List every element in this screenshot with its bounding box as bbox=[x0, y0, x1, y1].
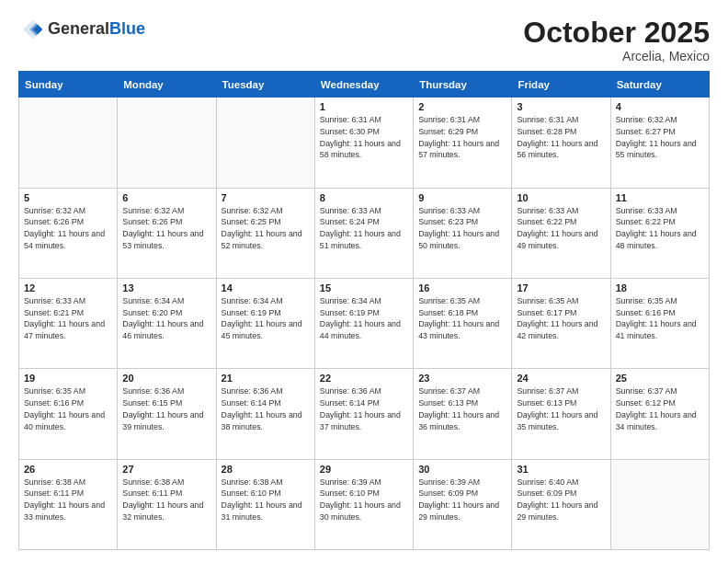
day-info: Sunrise: 6:32 AMSunset: 6:25 PMDaylight:… bbox=[222, 205, 310, 252]
day-number: 21 bbox=[222, 373, 310, 384]
day-number: 29 bbox=[320, 464, 408, 475]
calendar-cell: 30Sunrise: 6:39 AMSunset: 6:09 PMDayligh… bbox=[414, 459, 512, 549]
day-number: 6 bbox=[122, 192, 210, 203]
logo: GeneralBlue bbox=[18, 17, 145, 42]
calendar-cell: 3Sunrise: 6:31 AMSunset: 6:28 PMDaylight… bbox=[512, 98, 610, 188]
day-number: 30 bbox=[418, 464, 506, 475]
day-info: Sunrise: 6:32 AMSunset: 6:26 PMDaylight:… bbox=[122, 205, 210, 252]
day-number: 4 bbox=[616, 101, 704, 112]
calendar-cell bbox=[19, 98, 118, 188]
calendar-week-row: 5Sunrise: 6:32 AMSunset: 6:26 PMDaylight… bbox=[19, 188, 710, 278]
day-info: Sunrise: 6:31 AMSunset: 6:29 PMDaylight:… bbox=[418, 114, 506, 161]
calendar-header-row: Sunday Monday Tuesday Wednesday Thursday… bbox=[19, 72, 710, 98]
day-info: Sunrise: 6:37 AMSunset: 6:13 PMDaylight:… bbox=[517, 385, 605, 432]
day-info: Sunrise: 6:35 AMSunset: 6:18 PMDaylight:… bbox=[418, 295, 506, 342]
calendar-cell: 7Sunrise: 6:32 AMSunset: 6:25 PMDaylight… bbox=[216, 188, 314, 278]
calendar-cell bbox=[216, 98, 314, 188]
calendar-week-row: 26Sunrise: 6:38 AMSunset: 6:11 PMDayligh… bbox=[19, 459, 710, 549]
calendar-cell: 27Sunrise: 6:38 AMSunset: 6:11 PMDayligh… bbox=[118, 459, 216, 549]
day-info: Sunrise: 6:34 AMSunset: 6:20 PMDaylight:… bbox=[122, 295, 210, 342]
calendar-cell: 14Sunrise: 6:34 AMSunset: 6:19 PMDayligh… bbox=[216, 278, 314, 368]
day-info: Sunrise: 6:36 AMSunset: 6:14 PMDaylight:… bbox=[320, 385, 408, 432]
calendar-cell: 19Sunrise: 6:35 AMSunset: 6:16 PMDayligh… bbox=[19, 369, 118, 459]
day-info: Sunrise: 6:38 AMSunset: 6:11 PMDaylight:… bbox=[24, 477, 112, 523]
day-info: Sunrise: 6:38 AMSunset: 6:11 PMDaylight:… bbox=[122, 477, 210, 523]
calendar-week-row: 19Sunrise: 6:35 AMSunset: 6:16 PMDayligh… bbox=[19, 369, 710, 459]
day-info: Sunrise: 6:35 AMSunset: 6:16 PMDaylight:… bbox=[616, 295, 704, 342]
day-number: 7 bbox=[222, 192, 310, 203]
day-info: Sunrise: 6:35 AMSunset: 6:16 PMDaylight:… bbox=[24, 385, 112, 432]
calendar-cell: 21Sunrise: 6:36 AMSunset: 6:14 PMDayligh… bbox=[216, 369, 314, 459]
calendar-cell: 1Sunrise: 6:31 AMSunset: 6:30 PMDaylight… bbox=[314, 98, 413, 188]
day-number: 8 bbox=[320, 192, 408, 203]
month-title: October 2025 bbox=[523, 17, 710, 49]
day-number: 27 bbox=[122, 464, 210, 475]
calendar-cell: 20Sunrise: 6:36 AMSunset: 6:15 PMDayligh… bbox=[118, 369, 216, 459]
calendar-cell: 23Sunrise: 6:37 AMSunset: 6:13 PMDayligh… bbox=[414, 369, 512, 459]
calendar-table: Sunday Monday Tuesday Wednesday Thursday… bbox=[18, 71, 710, 550]
calendar-cell: 9Sunrise: 6:33 AMSunset: 6:23 PMDaylight… bbox=[414, 188, 512, 278]
day-info: Sunrise: 6:38 AMSunset: 6:10 PMDaylight:… bbox=[222, 477, 310, 523]
day-number: 31 bbox=[517, 464, 605, 475]
day-number: 28 bbox=[222, 464, 310, 475]
calendar-cell: 28Sunrise: 6:38 AMSunset: 6:10 PMDayligh… bbox=[216, 459, 314, 549]
day-info: Sunrise: 6:39 AMSunset: 6:09 PMDaylight:… bbox=[418, 477, 506, 523]
logo-blue-text: Blue bbox=[109, 19, 145, 38]
title-block: October 2025 Arcelia, Mexico bbox=[523, 17, 710, 63]
calendar-cell: 29Sunrise: 6:39 AMSunset: 6:10 PMDayligh… bbox=[314, 459, 413, 549]
day-number: 10 bbox=[517, 192, 605, 203]
calendar-cell: 10Sunrise: 6:33 AMSunset: 6:22 PMDayligh… bbox=[512, 188, 610, 278]
day-info: Sunrise: 6:33 AMSunset: 6:21 PMDaylight:… bbox=[24, 295, 112, 342]
header-monday: Monday bbox=[118, 72, 216, 98]
location-subtitle: Arcelia, Mexico bbox=[523, 49, 710, 63]
day-info: Sunrise: 6:33 AMSunset: 6:24 PMDaylight:… bbox=[320, 205, 408, 252]
calendar-cell: 6Sunrise: 6:32 AMSunset: 6:26 PMDaylight… bbox=[118, 188, 216, 278]
page-header: GeneralBlue October 2025 Arcelia, Mexico bbox=[18, 17, 710, 63]
day-info: Sunrise: 6:37 AMSunset: 6:13 PMDaylight:… bbox=[418, 385, 506, 432]
header-sunday: Sunday bbox=[19, 72, 118, 98]
day-info: Sunrise: 6:31 AMSunset: 6:28 PMDaylight:… bbox=[517, 114, 605, 161]
header-thursday: Thursday bbox=[414, 72, 512, 98]
calendar-cell: 26Sunrise: 6:38 AMSunset: 6:11 PMDayligh… bbox=[19, 459, 118, 549]
day-number: 18 bbox=[616, 282, 704, 293]
day-number: 9 bbox=[418, 192, 506, 203]
header-wednesday: Wednesday bbox=[314, 72, 413, 98]
calendar-cell: 11Sunrise: 6:33 AMSunset: 6:22 PMDayligh… bbox=[610, 188, 709, 278]
day-number: 3 bbox=[517, 101, 605, 112]
calendar-cell: 13Sunrise: 6:34 AMSunset: 6:20 PMDayligh… bbox=[118, 278, 216, 368]
calendar-cell bbox=[610, 459, 709, 549]
calendar-cell: 5Sunrise: 6:32 AMSunset: 6:26 PMDaylight… bbox=[19, 188, 118, 278]
calendar-cell bbox=[118, 98, 216, 188]
day-info: Sunrise: 6:36 AMSunset: 6:15 PMDaylight:… bbox=[122, 385, 210, 432]
day-number: 13 bbox=[122, 282, 210, 293]
calendar-cell: 31Sunrise: 6:40 AMSunset: 6:09 PMDayligh… bbox=[512, 459, 610, 549]
day-info: Sunrise: 6:33 AMSunset: 6:23 PMDaylight:… bbox=[418, 205, 506, 252]
calendar-week-row: 1Sunrise: 6:31 AMSunset: 6:30 PMDaylight… bbox=[19, 98, 710, 188]
calendar-cell: 25Sunrise: 6:37 AMSunset: 6:12 PMDayligh… bbox=[610, 369, 709, 459]
day-info: Sunrise: 6:39 AMSunset: 6:10 PMDaylight:… bbox=[320, 477, 408, 523]
day-number: 5 bbox=[24, 192, 112, 203]
day-info: Sunrise: 6:31 AMSunset: 6:30 PMDaylight:… bbox=[320, 114, 408, 161]
day-number: 26 bbox=[24, 464, 112, 475]
calendar-cell: 24Sunrise: 6:37 AMSunset: 6:13 PMDayligh… bbox=[512, 369, 610, 459]
day-info: Sunrise: 6:40 AMSunset: 6:09 PMDaylight:… bbox=[517, 477, 605, 523]
logo-general-text: General bbox=[48, 19, 109, 38]
calendar-cell: 12Sunrise: 6:33 AMSunset: 6:21 PMDayligh… bbox=[19, 278, 118, 368]
day-info: Sunrise: 6:37 AMSunset: 6:12 PMDaylight:… bbox=[616, 385, 704, 432]
day-info: Sunrise: 6:34 AMSunset: 6:19 PMDaylight:… bbox=[320, 295, 408, 342]
day-number: 15 bbox=[320, 282, 408, 293]
day-info: Sunrise: 6:32 AMSunset: 6:26 PMDaylight:… bbox=[24, 205, 112, 252]
day-info: Sunrise: 6:33 AMSunset: 6:22 PMDaylight:… bbox=[517, 205, 605, 252]
day-number: 23 bbox=[418, 373, 506, 384]
header-saturday: Saturday bbox=[610, 72, 709, 98]
calendar-cell: 17Sunrise: 6:35 AMSunset: 6:17 PMDayligh… bbox=[512, 278, 610, 368]
day-number: 12 bbox=[24, 282, 112, 293]
day-number: 22 bbox=[320, 373, 408, 384]
day-number: 11 bbox=[616, 192, 704, 203]
calendar-cell: 8Sunrise: 6:33 AMSunset: 6:24 PMDaylight… bbox=[314, 188, 413, 278]
day-number: 25 bbox=[616, 373, 704, 384]
day-number: 17 bbox=[517, 282, 605, 293]
header-tuesday: Tuesday bbox=[216, 72, 314, 98]
logo-icon bbox=[18, 17, 44, 42]
calendar-cell: 4Sunrise: 6:32 AMSunset: 6:27 PMDaylight… bbox=[610, 98, 709, 188]
